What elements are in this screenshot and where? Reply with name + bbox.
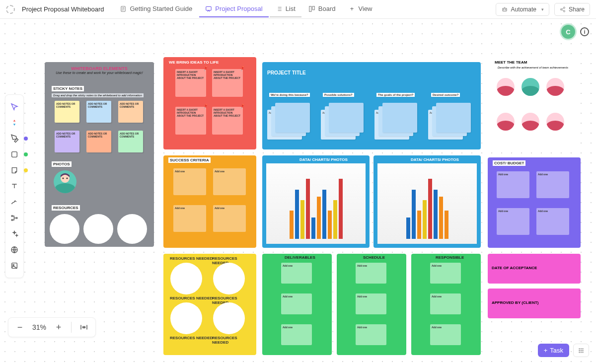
tab-board[interactable]: Board (302, 1, 342, 17)
green-note[interactable]: Add one (430, 293, 461, 314)
panel-team[interactable]: MEET THE TEAM Describe with the achievem… (488, 57, 581, 149)
team-avatar[interactable] (522, 78, 539, 96)
sticky-sample[interactable]: ADD NOTES OR COMMENTS (118, 131, 143, 152)
note-pile[interactable]: Add one (428, 103, 473, 140)
svg-point-6 (505, 9, 506, 10)
sticky-sample[interactable]: ADD NOTES OR COMMENTS (55, 131, 79, 152)
svg-point-9 (563, 10, 565, 12)
res-label: RESOURCES NEEDED (168, 335, 214, 341)
svg-point-27 (63, 178, 64, 179)
tool-shape[interactable] (7, 146, 22, 162)
sample-avatar[interactable] (54, 170, 76, 193)
panel-cost[interactable]: COST/ BUDGET Add one Add one Add one Add… (488, 157, 581, 248)
success-note[interactable]: Add one (173, 168, 206, 195)
panel-project[interactable]: PROJECT TITLE We're doing this because? … (262, 62, 481, 149)
team-avatar[interactable] (546, 78, 564, 96)
tool-sticky[interactable] (7, 162, 22, 178)
res-circle[interactable] (213, 263, 245, 294)
info-icon[interactable]: i (580, 27, 589, 36)
panel-success[interactable]: SUCCESS CRITERIA Add one Add one Add one… (163, 155, 256, 248)
tool-templates[interactable] (7, 115, 22, 131)
res-label: RESOURCES NEEDED (168, 295, 214, 301)
panel-approved[interactable]: APPROVED BY (CLIENT) (488, 289, 581, 318)
panel-responsible[interactable]: RESPONSIBLE Add one Add one Add one (411, 254, 481, 355)
green-note[interactable]: Add one (356, 293, 386, 314)
cost-title: COST/ BUDGET (493, 160, 525, 166)
panel-data-2[interactable]: DATA/ CHARTS/ PHOTOS (373, 155, 481, 248)
svg-rect-2 (309, 6, 311, 11)
idea-note[interactable]: INSERT A SHORT INTRODUCTION ABOUT THE PR… (212, 69, 243, 97)
green-note[interactable]: Add one (430, 263, 461, 284)
panel-elements[interactable]: WHITEBOARD ELEMENTS Use these to create … (45, 62, 154, 247)
whiteboard-icon (205, 5, 212, 12)
panel-acceptance[interactable]: DATE OF ACCEPTANCE (488, 254, 581, 284)
tool-image[interactable] (7, 258, 22, 274)
idea-note[interactable]: INSERT A SHORT INTRODUCTION ABOUT THE PR… (212, 107, 243, 135)
res-circle[interactable] (170, 263, 202, 294)
cost-note[interactable]: Add one (497, 171, 529, 198)
team-avatar[interactable] (522, 113, 539, 131)
app-logo-icon (6, 5, 15, 14)
note-pile[interactable]: Add one (374, 103, 419, 140)
green-note[interactable]: Add one (281, 293, 312, 314)
team-avatar[interactable] (497, 113, 515, 131)
cost-note[interactable]: Add one (536, 171, 569, 198)
tab-label: Board (318, 5, 336, 12)
panel-deliverables[interactable]: DELIVERABLES Add one Add one Add one (262, 254, 332, 355)
team-title: MEET THE TEAM (495, 60, 527, 65)
tool-ai[interactable] (7, 226, 22, 242)
green-note[interactable]: Add one (281, 324, 312, 345)
share-button[interactable]: Share (554, 3, 590, 16)
green-note[interactable]: Add one (356, 324, 386, 345)
tool-mindmap[interactable] (7, 210, 22, 226)
idea-note[interactable]: INSERT A SHORT INTRODUCTION ABOUT THE PR… (175, 69, 206, 97)
note-pile[interactable]: Add one (267, 103, 312, 140)
tool-connector[interactable] (7, 194, 22, 210)
photos-label: PHOTOS (52, 161, 72, 167)
tool-text[interactable] (7, 178, 22, 194)
svg-rect-1 (206, 6, 212, 10)
tab-getting-started[interactable]: Getting Started Guide (114, 1, 198, 17)
tab-list[interactable]: List (270, 1, 301, 17)
res-circle[interactable] (213, 302, 245, 334)
cost-note[interactable]: Add one (536, 208, 569, 235)
tab-project-proposal[interactable]: Project Proposal (199, 1, 268, 17)
panel-schedule[interactable]: SCHEDULE Add one Add one Add one (337, 254, 406, 355)
cost-note[interactable]: Add one (497, 208, 529, 235)
sticky-sample[interactable]: ADD NOTES OR COMMENTS (55, 101, 79, 123)
automate-button[interactable]: Automate ▾ (496, 3, 549, 16)
zoom-out-button[interactable]: − (14, 322, 25, 333)
res-circle[interactable] (170, 302, 202, 334)
team-avatar[interactable] (497, 78, 515, 96)
panel-resources[interactable]: RESOURCES NEEDED RESOURCES NEEDED RESOUR… (163, 254, 256, 355)
panel-ideas[interactable]: WE BRING IDEAS TO LIFE INSERT A SHORT IN… (163, 57, 256, 149)
tool-pen[interactable] (7, 131, 22, 146)
panel-data-1[interactable]: DATA/ CHARTS/ PHOTOS (262, 155, 370, 248)
chart-image[interactable] (377, 163, 477, 244)
resource-circle[interactable] (117, 214, 147, 244)
resource-circle[interactable] (83, 214, 113, 244)
pin-icon: 📌 (203, 103, 209, 109)
tool-select[interactable] (7, 99, 22, 115)
success-note[interactable]: Add one (213, 168, 246, 195)
sticky-sample[interactable]: ADD NOTES OR COMMENTS (86, 131, 111, 152)
green-note[interactable]: Add one (281, 263, 312, 284)
success-note[interactable]: Add one (173, 205, 206, 232)
tool-web[interactable] (7, 242, 22, 258)
svg-point-11 (11, 216, 13, 217)
page-title: Project Proposal Whiteboard (22, 5, 104, 13)
sticky-sample[interactable]: ADD NOTES OR COMMENTS (118, 101, 143, 123)
svg-point-16 (13, 264, 14, 266)
note-pile[interactable]: Add one (321, 103, 366, 140)
user-avatar[interactable]: C (561, 25, 575, 39)
tab-add-view[interactable]: + View (343, 1, 378, 17)
team-avatar[interactable] (546, 113, 564, 131)
success-note[interactable]: Add one (213, 205, 246, 232)
idea-note[interactable]: INSERT A SHORT INTRODUCTION ABOUT THE PR… (175, 107, 206, 135)
resource-circle[interactable] (50, 214, 79, 244)
green-note[interactable]: Add one (356, 263, 386, 284)
sticky-sample[interactable]: ADD NOTES OR COMMENTS (86, 101, 111, 123)
chart-image[interactable] (266, 163, 366, 244)
pin-icon: 📌 (239, 66, 245, 72)
green-note[interactable]: Add one (430, 324, 461, 345)
